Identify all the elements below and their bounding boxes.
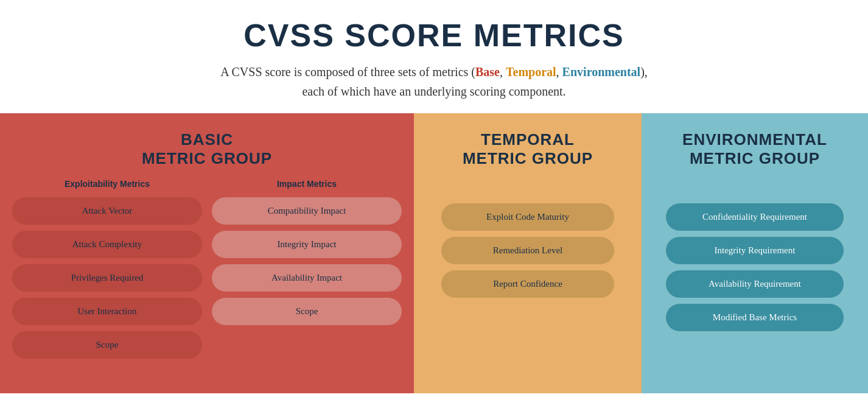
environmental-pill: Modified Base Metrics [666, 304, 844, 331]
temporal-pill: Exploit Code Maturity [441, 203, 614, 231]
subtitle-base: Base [475, 65, 500, 79]
impact-pill: Integrity Impact [212, 231, 402, 258]
exploitability-col-label: Exploitability Metrics [65, 179, 150, 189]
exploitability-pill: Attack Vector [12, 197, 202, 225]
impact-col-label: Impact Metrics [277, 179, 337, 189]
environmental-pill: Availability Requirement [666, 270, 844, 298]
temporal-pill: Remediation Level [441, 237, 614, 264]
temporal-pill: Report Confidence [441, 270, 614, 298]
subtitle-after: ), [640, 65, 648, 79]
basic-group-title: BASICMETRIC GROUP [142, 130, 272, 168]
temporal-metric-group: TEMPORALMETRIC GROUP Exploit Code Maturi… [414, 113, 642, 393]
page-title: CVSS SCORE METRICS [24, 17, 844, 54]
environmental-pills: Confidentiality RequirementIntegrity Req… [666, 203, 844, 337]
exploitability-pill: Privileges Required [12, 264, 202, 292]
subtitle-line2: each of which have an underlying scoring… [302, 85, 565, 98]
temporal-group-title: TEMPORALMETRIC GROUP [463, 130, 593, 168]
exploitability-col: Exploitability Metrics Attack VectorAtta… [12, 179, 202, 365]
environmental-metric-group: ENVIRONMENTALMETRIC GROUP Confidentialit… [642, 113, 868, 393]
basic-metric-group: BASICMETRIC GROUP Exploitability Metrics… [0, 113, 414, 393]
environmental-pill: Integrity Requirement [666, 237, 844, 264]
header-section: CVSS SCORE METRICS A CVSS score is compo… [0, 0, 868, 113]
impact-pill: Compatibility Impact [212, 197, 402, 225]
exploitability-pill: Attack Complexity [12, 231, 202, 258]
subtitle-environmental: Environmental [562, 65, 641, 79]
temporal-pills: Exploit Code MaturityRemediation LevelRe… [441, 203, 614, 304]
subtitle-comma2: , [556, 65, 562, 79]
subtitle: A CVSS score is composed of three sets o… [24, 62, 844, 101]
metric-groups: BASICMETRIC GROUP Exploitability Metrics… [0, 113, 868, 393]
subtitle-temporal: Temporal [506, 65, 556, 79]
impact-pill: Availability Impact [212, 264, 402, 292]
environmental-pill: Confidentiality Requirement [666, 203, 844, 231]
basic-columns: Exploitability Metrics Attack VectorAtta… [12, 179, 402, 365]
exploitability-pill: Scope [12, 331, 202, 359]
subtitle-comma1: , [500, 65, 506, 79]
exploitability-pill: User Interaction [12, 298, 202, 325]
subtitle-before: A CVSS score is composed of three sets o… [220, 65, 475, 79]
impact-col: Impact Metrics Compatibility ImpactInteg… [212, 179, 402, 365]
environmental-group-title: ENVIRONMENTALMETRIC GROUP [682, 130, 827, 168]
impact-pill: Scope [212, 298, 402, 325]
